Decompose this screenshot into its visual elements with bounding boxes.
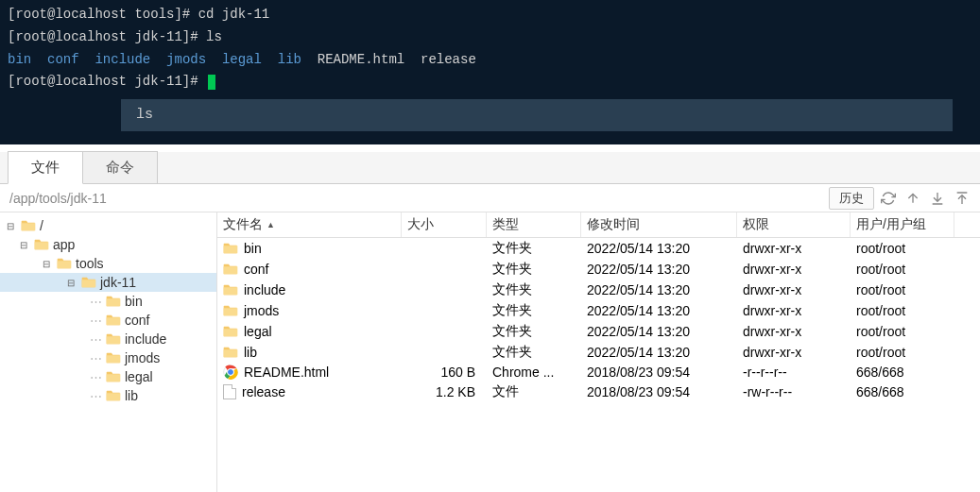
tree-node-jdk11[interactable]: ⊟jdk-11 [0,273,216,292]
file-perm: drwxr-xr-x [737,281,851,298]
file-user: 668/668 [851,364,954,381]
folder-tree[interactable]: ⊟/⊟app⊟tools⊟jdk-11binconfincludejmodsle… [0,212,217,492]
file-list[interactable]: 文件名▲ 大小 类型 修改时间 权限 用户/用户组 bin文件夹2022/05/… [217,212,980,492]
column-perm[interactable]: 权限 [737,212,851,237]
file-mtime: 2018/08/23 09:54 [581,364,737,381]
file-perm: drwxr-xr-x [737,261,851,278]
file-type: 文件夹 [487,260,581,279]
file-size [402,289,487,291]
file-type: 文件夹 [487,301,581,320]
tree-toggle-icon[interactable]: ⊟ [4,219,17,232]
file-list-header: 文件名▲ 大小 类型 修改时间 权限 用户/用户组 [217,212,980,238]
svg-point-2 [228,369,233,375]
file-size [402,268,487,270]
file-size [402,310,487,312]
tree-node-conf[interactable]: conf [0,311,216,330]
tree-label: tools [76,256,104,271]
file-perm: drwxr-xr-x [737,302,851,319]
tree-node-include[interactable]: include [0,330,216,348]
tree-node-[interactable]: ⊟/ [0,216,216,235]
file-user: 668/668 [851,383,954,400]
history-button[interactable]: 历史 [829,187,874,210]
tree-label: / [40,218,43,233]
column-name[interactable]: 文件名▲ [217,212,402,237]
folder-icon [106,314,121,327]
terminal-cursor-icon [208,75,215,90]
tree-node-tools[interactable]: ⊟tools [0,254,216,273]
current-path[interactable]: /app/tools/jdk-11 [8,191,829,206]
tree-toggle-icon[interactable]: ⊟ [17,238,30,251]
file-row[interactable]: lib文件夹2022/05/14 13:20drwxr-xr-xroot/roo… [217,342,980,363]
folder-icon [34,238,49,251]
tree-label: conf [125,313,149,328]
file-name: release [242,384,285,399]
parent-dir-icon[interactable] [903,188,923,209]
terminal-ls-output: bin conf include jmods legal lib README.… [8,49,972,72]
file-user: root/root [851,344,954,361]
file-row[interactable]: legal文件夹2022/05/14 13:20drwxr-xr-xroot/r… [217,321,980,342]
file-name: conf [244,262,268,277]
file-mtime: 2022/05/14 13:20 [581,281,737,298]
folder-icon [81,276,96,289]
tree-label: legal [125,369,153,384]
tree-label: app [53,237,75,252]
file-name: lib [244,345,257,360]
refresh-icon[interactable] [878,188,899,209]
folder-icon [106,332,121,346]
file-user: root/root [851,323,954,340]
file-type: 文件夹 [487,239,581,258]
tree-toggle-icon[interactable]: ⊟ [64,276,77,289]
tree-node-app[interactable]: ⊟app [0,235,216,254]
terminal-current-line[interactable]: [root@localhost jdk-11]# [8,71,972,93]
tree-label: include [125,331,166,347]
tab-bar: 文件 命令 [0,152,980,184]
terminal-line: [root@localhost tools]# cd jdk-11 [8,4,972,26]
terminal-prompt: [root@localhost jdk-11]# [8,74,206,89]
file-perm: drwxr-xr-x [737,240,851,257]
file-user: root/root [851,302,954,319]
upload-icon[interactable] [952,188,972,209]
file-name: jmods [244,303,279,318]
download-icon[interactable] [927,188,948,209]
file-size: 1.2 KB [402,383,487,400]
tree-node-legal[interactable]: legal [0,367,216,386]
file-mtime: 2018/08/23 09:54 [581,383,737,400]
file-size: 160 B [402,364,487,381]
tree-label: lib [125,388,138,403]
file-mtime: 2022/05/14 13:20 [581,323,737,340]
terminal-line: [root@localhost jdk-11]# ls [8,26,972,49]
column-size[interactable]: 大小 [402,212,487,237]
tab-file[interactable]: 文件 [8,151,83,184]
file-mtime: 2022/05/14 13:20 [581,344,737,361]
file-user: root/root [851,240,954,257]
file-row[interactable]: jmods文件夹2022/05/14 13:20drwxr-xr-xroot/r… [217,300,980,321]
terminal-search-input[interactable]: ls [121,99,953,131]
file-perm: drwxr-xr-x [737,323,851,340]
file-name: include [244,282,285,297]
tree-toggle-icon[interactable]: ⊟ [40,257,53,270]
column-type[interactable]: 类型 [487,212,581,237]
file-user: root/root [851,261,954,278]
file-user: root/root [851,281,954,298]
tree-node-bin[interactable]: bin [0,292,216,311]
file-row[interactable]: README.html160 BChrome ...2018/08/23 09:… [217,363,980,382]
column-user[interactable]: 用户/用户组 [851,212,954,237]
terminal-panel[interactable]: [root@localhost tools]# cd jdk-11[root@l… [0,0,980,144]
tab-command[interactable]: 命令 [82,151,158,183]
folder-icon [106,351,121,365]
tree-label: bin [125,294,143,309]
file-row[interactable]: conf文件夹2022/05/14 13:20drwxr-xr-xroot/ro… [217,259,980,280]
file-row[interactable]: include文件夹2022/05/14 13:20drwxr-xr-xroot… [217,280,980,300]
file-type: Chrome ... [487,364,581,381]
tree-node-jmods[interactable]: jmods [0,348,216,367]
file-row[interactable]: release1.2 KB文件2018/08/23 09:54-rw-r--r-… [217,382,980,402]
file-perm: -r--r--r-- [737,364,851,381]
column-mtime[interactable]: 修改时间 [581,212,737,237]
file-row[interactable]: bin文件夹2022/05/14 13:20drwxr-xr-xroot/roo… [217,238,980,259]
file-size [402,331,487,332]
file-type: 文件 [487,382,581,401]
file-type: 文件夹 [487,322,581,341]
file-size [402,351,487,353]
folder-icon [57,257,72,270]
tree-node-lib[interactable]: lib [0,386,216,405]
